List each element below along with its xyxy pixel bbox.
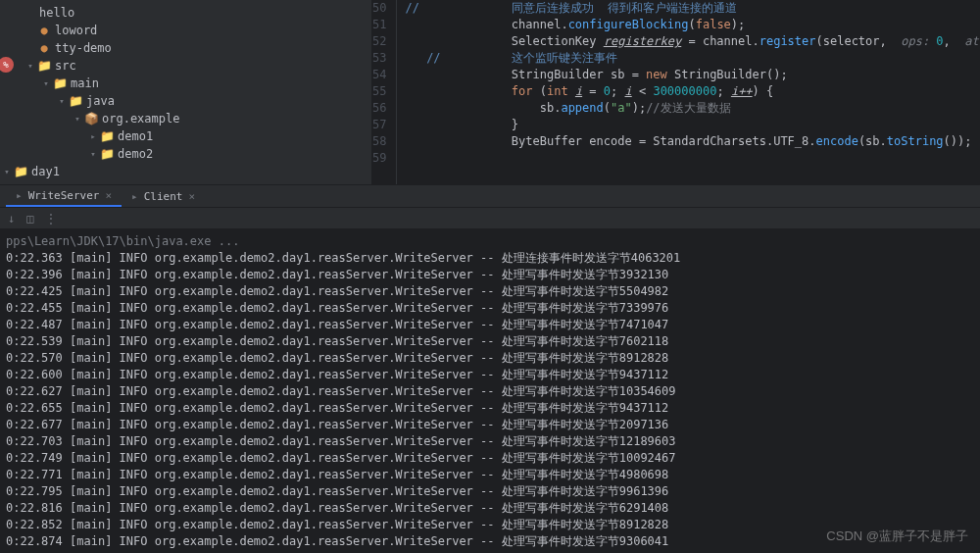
run-tab[interactable]: ▸Client× [122,185,205,207]
line-gutter: 50515253545556575859 [372,0,397,184]
close-icon[interactable]: × [188,190,195,203]
code-area[interactable]: // 同意后连接成功 得到和客户端连接的通道 channel.configure… [397,0,980,184]
toolbar-icon[interactable]: ↓ [8,212,15,226]
folder-icon: 📁 [14,165,27,178]
tab-icon: ▸ [16,189,23,202]
folder-icon: 📦 [84,112,98,126]
project-tree[interactable]: hello●loword●tty-demo▾📁src▾📁main▾📁java▾📦… [0,0,372,184]
folder-icon: 📁 [37,59,51,73]
run-tabs: ▸WriteServer×▸Client× [0,184,980,208]
console-output[interactable]: pps\Learn\JDK\17\bin\java.exe ...0:22.36… [0,229,980,553]
tree-item[interactable]: ▾📁main [0,75,371,92]
chevron-icon: ▾ [86,147,100,161]
tree-item[interactable]: ▸📁demo1 [0,127,371,145]
log-line: 0:22.539 [main] INFO org.example.demo2.d… [6,333,974,350]
log-line: 0:22.570 [main] INFO org.example.demo2.d… [6,350,974,367]
code-editor[interactable]: 50515253545556575859 // 同意后连接成功 得到和客户端连接… [372,0,980,184]
run-tab-label: WriteServer [28,189,100,202]
log-line: 0:22.600 [main] INFO org.example.demo2.d… [6,367,974,383]
folder-icon: 📁 [69,94,82,108]
code-line[interactable]: } [405,117,980,133]
chevron-icon: ▾ [55,94,69,108]
tree-item[interactable]: ▾📁java [0,92,371,110]
log-line: 0:22.816 [main] INFO org.example.demo2.d… [6,500,974,517]
tree-item[interactable]: ▾📁day1 [0,163,371,180]
log-line: 0:22.655 [main] INFO org.example.demo2.d… [6,400,974,417]
console-command: pps\Learn\JDK\17\bin\java.exe ... [6,233,974,250]
code-line[interactable]: for (int i = 0; i < 300000000; i++) { [405,83,980,100]
tree-label: demo2 [118,147,153,161]
watermark: CSDN @蓝胖子不是胖子 [826,528,968,545]
log-line: 0:22.363 [main] INFO org.example.demo2.d… [6,250,974,267]
log-line: 0:22.455 [main] INFO org.example.demo2.d… [6,300,974,317]
chevron-icon: ▾ [24,59,37,73]
log-line: 0:22.703 [main] INFO org.example.demo2.d… [6,433,974,450]
tree-label: src [55,59,76,73]
code-line[interactable]: channel.configureBlocking(false); [405,17,980,33]
log-line: 0:22.677 [main] INFO org.example.demo2.d… [6,417,974,433]
close-icon[interactable]: × [105,189,112,202]
folder-icon [22,6,35,20]
code-line[interactable]: // 这个监听键关注事件 [405,50,980,67]
toolbar-icon[interactable]: ◫ [26,212,33,226]
chevron-icon [8,6,22,20]
tree-item[interactable]: ▾📦org.example [0,110,371,127]
tree-label: demo1 [118,129,153,143]
toolbar-icon[interactable]: ⋮ [45,212,57,226]
log-line: 0:22.425 [main] INFO org.example.demo2.d… [6,283,974,300]
tree-item[interactable]: ●loword [0,22,371,39]
log-line: 0:22.749 [main] INFO org.example.demo2.d… [6,450,974,467]
log-line: 0:22.627 [main] INFO org.example.demo2.d… [6,383,974,400]
code-line[interactable]: StringBuilder sb = new StringBuilder(); [405,67,980,83]
tree-label: hello [39,6,74,20]
chevron-icon: ▾ [0,165,14,178]
tab-icon: ▸ [131,190,138,203]
folder-icon: ● [37,24,51,37]
tree-label: java [86,94,115,108]
tree-item[interactable]: ▾📁src [0,57,371,75]
chevron-icon [24,24,37,37]
tree-item[interactable]: ●tty-demo [0,39,371,57]
log-line: 0:22.487 [main] INFO org.example.demo2.d… [6,317,974,333]
tree-label: day1 [31,165,60,178]
tree-item[interactable]: ▾📁demo2 [0,145,371,163]
code-line[interactable]: SelectionKey registerkey = channel.regis… [405,33,980,50]
console-toolbar: ↓◫⋮ [0,208,980,229]
code-line[interactable]: sb.append("a");//发送大量数据 [405,100,980,117]
tree-item[interactable]: hello [0,4,371,22]
folder-icon: 📁 [100,129,114,143]
chevron-icon [24,41,37,55]
log-line: 0:22.396 [main] INFO org.example.demo2.d… [6,267,974,283]
run-tab-label: Client [144,190,183,203]
log-line: 0:22.771 [main] INFO org.example.demo2.d… [6,467,974,483]
chevron-icon: ▸ [86,129,100,143]
chevron-icon: ▾ [39,76,53,90]
tree-label: main [71,76,99,90]
code-line[interactable]: // 同意后连接成功 得到和客户端连接的通道 [405,0,980,17]
folder-icon: 📁 [53,76,67,90]
run-tab[interactable]: ▸WriteServer× [6,185,122,207]
tree-label: tty-demo [55,41,112,55]
chevron-icon: ▾ [71,112,84,126]
tree-label: org.example [102,112,179,126]
tree-label: loword [55,24,97,37]
folder-icon: ● [37,41,51,55]
code-line[interactable]: ByteBuffer encode = StandardCharsets.UTF… [405,133,980,150]
log-line: 0:22.795 [main] INFO org.example.demo2.d… [6,483,974,500]
folder-icon: 📁 [100,147,114,161]
